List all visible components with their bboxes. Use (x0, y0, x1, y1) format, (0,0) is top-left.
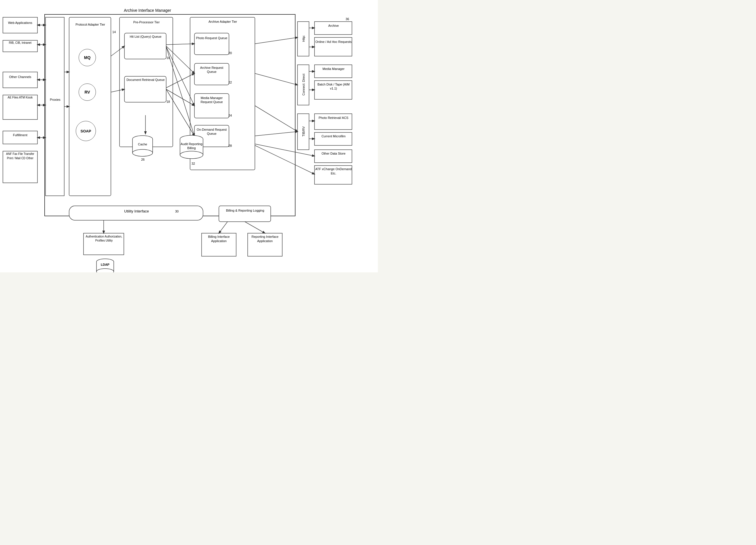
hit-list-queue-label: Hit List (Query) Queue (125, 35, 166, 39)
photo-request-label: Photo Request Queue (195, 36, 228, 40)
svg-line-45 (166, 47, 194, 136)
proxies-label: Proxies (46, 98, 64, 101)
svg-rect-0 (45, 14, 295, 216)
svg-line-60 (255, 145, 314, 174)
svg-line-44 (166, 47, 194, 106)
svg-rect-24 (314, 65, 352, 78)
svg-point-70 (132, 150, 153, 156)
cache-cylinder: Cache (131, 134, 154, 157)
rv-label: RV (79, 84, 96, 101)
current-microfilm-label: Current Microfilm (315, 135, 352, 138)
atf-xchange-label: ATF xChange OnDemand Etc. (315, 167, 352, 176)
svg-line-52 (255, 132, 298, 136)
batch-disk-tape-label: Batch Disk / Tape (AIM v1.1) (315, 82, 352, 91)
reporting-interface-label: Reporting Interface Application (248, 235, 282, 244)
photo-request-number: 20 (228, 51, 232, 55)
audit-cylinder: Audit Reporting Billing (179, 134, 204, 160)
svg-line-51 (255, 106, 298, 132)
svg-line-64 (219, 222, 228, 233)
svg-line-46 (166, 73, 194, 88)
other-channels-sub: AE Files ATM Kiosk (3, 96, 37, 100)
svg-rect-7 (46, 17, 64, 196)
media-manager-label: Media Manager (315, 67, 352, 71)
connect-direct-label: Connect: Direct (298, 65, 309, 105)
media-manager-number: 24 (228, 114, 232, 117)
hit-list-number: 16 (166, 56, 170, 60)
utility-interface-label: Utility Interface (70, 209, 203, 213)
archive-request-number: 22 (228, 81, 232, 84)
http-label: Http: (298, 22, 309, 56)
audit-number: 32 (192, 162, 195, 165)
protocol-adapter-number: 14 (112, 30, 116, 34)
svg-rect-1 (3, 17, 37, 33)
svg-line-50 (255, 73, 298, 85)
archive-request-label: Archive Request Queue (195, 66, 228, 74)
auth-box-label: Authentication Authorization, Profiles U… (84, 235, 124, 243)
cache-number: 26 (141, 158, 145, 161)
svg-line-43 (166, 46, 194, 73)
photo-retrieval-label: Photo Retrieval/ ACS (315, 116, 352, 120)
svg-line-48 (166, 89, 194, 136)
svg-line-42 (166, 44, 194, 45)
on-demand-number: 28 (228, 144, 232, 147)
svg-line-41 (111, 89, 124, 92)
billing-interface-label: Billing Interface Application (202, 235, 236, 244)
number-36: 36 (346, 17, 349, 21)
svg-line-40 (111, 46, 124, 56)
fulfillment-label: Fulfillment (3, 133, 37, 137)
svg-point-75 (180, 151, 203, 159)
archive-manager-title: Archive Interface Manager (124, 8, 171, 13)
doc-retrieval-label: Document Retrieval Queue (125, 78, 166, 82)
svg-line-49 (255, 37, 298, 44)
fulfillment-sub: ANF Fax File Transfer Print / Mail CD Ot… (3, 152, 37, 160)
doc-retrieval-number: 18 (166, 100, 170, 103)
rib-cib-intranet-label: RIB, CIB, Intranet (3, 41, 37, 45)
other-channels-label: Other Channels (3, 75, 37, 79)
archive-right-label: Archive (315, 24, 352, 27)
media-manager-queue-label: Media Manager Request Queue (195, 96, 228, 104)
web-applications-label: Web Applications (3, 21, 37, 25)
on-demand-queue-label: On-Demand Request Queue (195, 128, 228, 136)
mq-label: MQ (79, 49, 96, 66)
svg-rect-8 (69, 17, 111, 196)
svg-line-47 (166, 89, 194, 106)
tib-rv-label: TIB/RV (298, 114, 309, 149)
soap-label: SOAP (76, 121, 96, 141)
preprocessor-label: Pre-Processor Tier (120, 20, 173, 24)
other-data-store-label: Other Data Store (315, 152, 352, 155)
ldap-cylinder: LDAP (95, 258, 115, 272)
svg-line-65 (245, 222, 265, 233)
utility-number: 30 (175, 210, 179, 213)
protocol-adapter-label: Protocol Adapter Tier (70, 22, 111, 27)
svg-rect-22 (314, 22, 352, 35)
online-ad-hoc-label: Online / Ad Hoc Requests (315, 40, 352, 44)
diagram-container: Archive Interface Manager Web Applicatio… (0, 0, 378, 272)
archive-adapter-label: Archive Adapter Tier (191, 20, 255, 24)
svg-rect-3 (3, 72, 37, 88)
billing-reporting-label: Billing & Reporting Logging (219, 209, 271, 213)
